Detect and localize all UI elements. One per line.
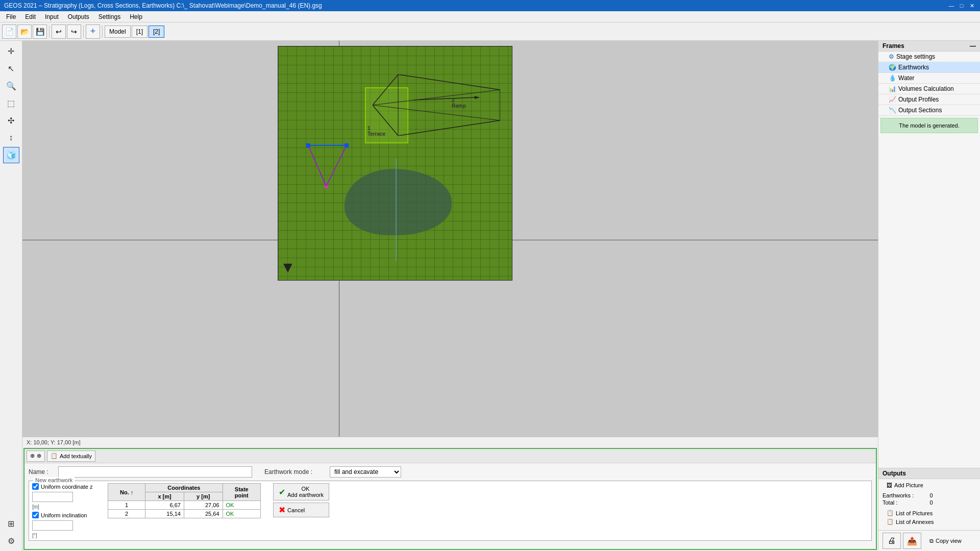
menu-item-help[interactable]: Help xyxy=(126,12,146,21)
toolbar: 📄 📂 💾 ↩ ↪ + Model [1] [2] xyxy=(0,22,980,41)
uniform-inclination-label: Uniform inclination xyxy=(41,512,87,518)
menu-item-input[interactable]: Input xyxy=(41,12,63,21)
move-tool[interactable]: ✛ xyxy=(3,43,19,59)
uniform-inclination-checkbox-label[interactable]: Uniform inclination xyxy=(32,512,104,518)
coordinates-table: No. ↑ Coordinates Statepoint x [m] y [m] xyxy=(108,483,261,518)
save-button[interactable]: 💾 xyxy=(33,24,47,39)
settings-tool[interactable]: ⚙ xyxy=(3,533,19,549)
frames-title: Frames xyxy=(883,42,904,49)
measure-tool[interactable]: ↕ xyxy=(3,130,19,146)
add-stage-button[interactable]: + xyxy=(86,24,100,39)
table-row: 2 15,14 25,64 OK xyxy=(108,510,261,518)
frame-label: Output Sections xyxy=(898,107,942,114)
copy-view-row[interactable]: ⧉ Copy view xyxy=(925,533,966,549)
cell-x: 6,67 xyxy=(145,501,184,510)
col-no: No. ↑ xyxy=(108,484,145,501)
ctrl-point-pink xyxy=(324,184,328,188)
frame-label: Stage settings xyxy=(896,53,935,60)
frame-item-volumes-calculation[interactable]: 📊 Volumes Calculation xyxy=(878,84,980,94)
svg-marker-5 xyxy=(475,96,480,99)
redo-button[interactable]: ↪ xyxy=(67,24,81,39)
maximize-button[interactable]: □ xyxy=(958,2,966,10)
print-button[interactable]: 🖨 xyxy=(883,533,901,549)
cell-y: 25,64 xyxy=(184,510,223,518)
layers-icon2: ⊕ xyxy=(37,453,41,459)
uniform-inclination-input[interactable] xyxy=(32,520,73,531)
col-coordinates: Coordinates xyxy=(145,484,223,492)
name-row: Name : Earthwork mode : fill and excavat… xyxy=(29,466,872,478)
ramp-shape xyxy=(373,74,500,136)
arrow-down-icon: ▼ xyxy=(280,259,296,276)
open-button[interactable]: 📂 xyxy=(17,24,32,39)
add-picture-icon: 🖼 xyxy=(887,482,892,488)
model-status-text: The model is generated. xyxy=(899,122,960,129)
viewport[interactable]: 1Terrace 2Ramp xyxy=(278,46,512,281)
list-of-pictures-row[interactable]: 📋 List of Pictures xyxy=(883,509,976,517)
table-body: 1 6,67 27,06 OK2 15,14 25,64 OK xyxy=(108,501,261,518)
right-panel: Frames — ⚙ Stage settings🌍 Earthworks💧 W… xyxy=(878,41,980,551)
outputs-content: 🖼 Add Picture xyxy=(878,479,980,491)
frame-item-water[interactable]: 💧 Water xyxy=(878,73,980,84)
frame-item-earthworks[interactable]: 🌍 Earthworks xyxy=(878,62,980,73)
earthworks-label: Earthworks : xyxy=(883,492,929,498)
table-row: 1 6,67 27,06 OK xyxy=(108,501,261,510)
outputs-header: Outputs xyxy=(878,468,980,479)
uniform-z-checkbox-label[interactable]: Uniform coordinate z xyxy=(32,483,104,490)
frame-item-output-profiles[interactable]: 📈 Output Profiles xyxy=(878,94,980,105)
zoom-tool[interactable]: 🔍 xyxy=(3,78,19,94)
uniform-inclination-unit: [°] xyxy=(32,533,104,538)
frame-icon: 💧 xyxy=(889,74,896,82)
frame-label: Volumes Calculation xyxy=(898,85,954,92)
left-toolbar: ✛ ↖ 🔍 ⬚ ✣ ↕ 🧊 ⊞ ⚙ xyxy=(0,41,22,551)
stage-2-button[interactable]: [2] xyxy=(149,26,164,38)
snap-tool[interactable]: ✣ xyxy=(3,112,19,129)
name-input[interactable] xyxy=(58,466,252,478)
menu-item-settings[interactable]: Settings xyxy=(94,12,125,21)
list-pictures-label: List of Pictures xyxy=(896,510,933,516)
export-button[interactable]: 📤 xyxy=(903,533,921,549)
outputs-content-2: 📋 List of Pictures 📋 List of Annexes xyxy=(878,507,980,528)
frame-item-output-sections[interactable]: 📉 Output Sections xyxy=(878,105,980,116)
earthworks-value: 0 xyxy=(930,492,976,498)
frame-item-stage-settings[interactable]: ⚙ Stage settings xyxy=(878,52,980,62)
stage-model-button[interactable]: Model xyxy=(105,26,131,38)
list-of-annexes-row[interactable]: 📋 List of Annexes xyxy=(883,517,976,526)
zoom-select-tool[interactable]: ⬚ xyxy=(3,95,19,111)
close-button[interactable]: ✕ xyxy=(968,2,976,10)
frame-icon: ⚙ xyxy=(889,53,894,60)
cancel-label: Cancel xyxy=(287,507,305,513)
add-picture-row[interactable]: 🖼 Add Picture xyxy=(883,481,976,489)
stage-1-button[interactable]: [1] xyxy=(132,26,148,38)
canvas-area[interactable]: 1Terrace 2Ramp xyxy=(22,41,878,437)
table-tool[interactable]: ⊞ xyxy=(3,515,19,532)
ok-button[interactable]: ✔ OKAdd earthwork xyxy=(273,483,329,500)
cancel-button[interactable]: ✖ Cancel xyxy=(273,503,329,517)
3d-tool[interactable]: 🧊 xyxy=(3,147,19,163)
earthwork-mode-select[interactable]: fill and excavatefill onlyexcavate only xyxy=(330,466,401,478)
uniform-z-checkbox[interactable] xyxy=(32,483,39,490)
uniform-z-input[interactable] xyxy=(32,492,73,502)
menu-item-edit[interactable]: Edit xyxy=(21,12,40,21)
grid-container: Uniform coordinate z [m] Uniform inclina… xyxy=(32,483,868,538)
new-earthwork-group: New earthwork Uniform coordinate z [m] xyxy=(29,481,872,541)
model-status: The model is generated. xyxy=(880,118,978,133)
minimize-button[interactable]: — xyxy=(947,2,955,10)
bottom-panel: ⊕ ⊕ 📋 Add textually Name : Earthwork mod… xyxy=(23,448,877,550)
undo-button[interactable]: ↩ xyxy=(52,24,66,39)
coordinates-display: X: 10,00; Y: 17,00 [m] xyxy=(27,439,81,445)
title-text: GEOS 2021 – Stratigraphy (Logs, Cross Se… xyxy=(4,2,322,9)
layers-button[interactable]: ⊕ ⊕ xyxy=(27,450,45,462)
add-textually-button[interactable]: 📋 Add textually xyxy=(47,450,95,462)
copy-view-label: Copy view xyxy=(936,538,962,544)
menu-item-file[interactable]: File xyxy=(2,12,20,21)
new-button[interactable]: 📄 xyxy=(2,24,16,39)
svg-marker-0 xyxy=(373,74,500,136)
uniform-inclination-checkbox[interactable] xyxy=(32,512,39,518)
menu-item-outputs[interactable]: Outputs xyxy=(64,12,93,21)
frames-collapse[interactable]: — xyxy=(970,42,976,49)
frame-icon: 📊 xyxy=(889,85,896,92)
select-tool[interactable]: ↖ xyxy=(3,60,19,77)
toolbar-separator-2 xyxy=(83,26,84,38)
toolbar-separator-1 xyxy=(49,26,50,38)
group-title: New earthwork xyxy=(33,477,75,483)
